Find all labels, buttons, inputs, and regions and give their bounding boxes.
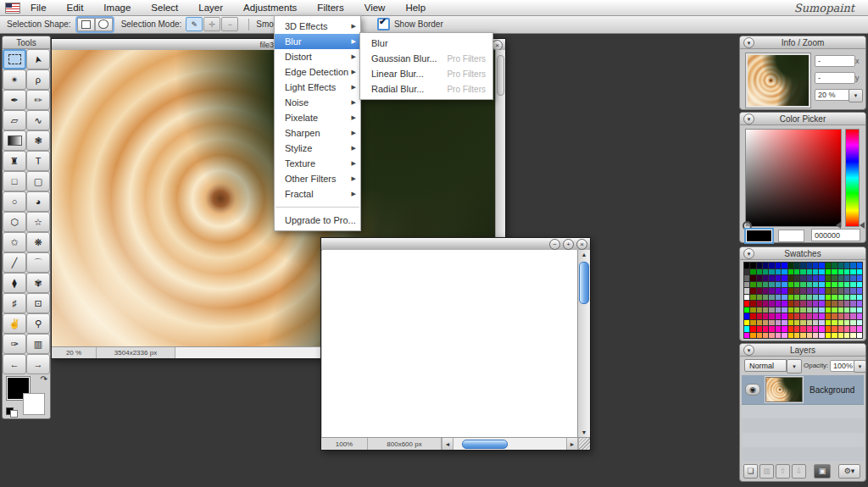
selection-mode-subtract-button[interactable]: − xyxy=(221,17,238,31)
swatch-8-2[interactable] xyxy=(757,313,762,319)
swatch-1-18[interactable] xyxy=(857,269,862,275)
menubar-item-filters[interactable]: Filters xyxy=(307,0,353,15)
selection-shape-rectangle-button[interactable] xyxy=(77,18,95,31)
swatch-3-17[interactable] xyxy=(850,282,855,288)
swatch-2-3[interactable] xyxy=(763,275,768,281)
swatch-2-6[interactable] xyxy=(782,275,787,281)
blur-submenu-item-linear-blur[interactable]: Linear Blur...Pro Filters xyxy=(360,66,492,81)
swatch-3-8[interactable] xyxy=(794,282,799,288)
swatch-1-3[interactable] xyxy=(763,269,768,275)
swatch-1-6[interactable] xyxy=(782,269,787,275)
background-color-swatch[interactable] xyxy=(778,230,804,242)
swatch-10-6[interactable] xyxy=(782,326,787,332)
pen-tool[interactable]: ✒ xyxy=(3,90,26,110)
swatch-3-13[interactable] xyxy=(826,282,831,288)
swatch-9-4[interactable] xyxy=(769,320,774,326)
swatch-2-14[interactable] xyxy=(832,275,837,281)
swatch-6-4[interactable] xyxy=(769,301,774,307)
smudge-finger-tool[interactable]: ✾ xyxy=(26,273,50,293)
swatch-7-1[interactable] xyxy=(750,307,755,313)
rectangular-marquee-tool[interactable] xyxy=(3,49,26,69)
ellipse-shape-tool[interactable]: ○ xyxy=(3,191,26,212)
swatch-10-7[interactable] xyxy=(788,326,793,332)
blur-submenu-item-radial-blur[interactable]: Radial Blur...Pro Filters xyxy=(360,81,492,97)
swatch-3-10[interactable] xyxy=(807,282,812,288)
swatch-0-10[interactable] xyxy=(807,263,812,268)
swatch-3-12[interactable] xyxy=(819,282,824,288)
swatch-9-10[interactable] xyxy=(807,320,812,326)
swatch-1-9[interactable] xyxy=(800,269,805,275)
swatch-4-3[interactable] xyxy=(763,288,768,294)
scroll-down-icon[interactable]: ▼ xyxy=(578,429,590,435)
lasso-tool[interactable]: ρ xyxy=(26,69,50,90)
swatch-10-18[interactable] xyxy=(857,326,862,332)
swatch-3-14[interactable] xyxy=(832,282,837,288)
swatch-1-16[interactable] xyxy=(844,269,849,275)
swatch-1-14[interactable] xyxy=(832,269,837,275)
menubar-item-image[interactable]: Image xyxy=(93,0,141,15)
menubar-item-layer[interactable]: Layer xyxy=(188,0,233,15)
swatch-1-0[interactable] xyxy=(744,269,749,275)
move-layer-down-button[interactable]: ⇩ xyxy=(792,464,806,479)
sv-slider-arrow-icon[interactable] xyxy=(836,222,841,229)
swatch-7-13[interactable] xyxy=(826,307,831,313)
swatch-0-14[interactable] xyxy=(832,263,837,268)
swatch-6-9[interactable] xyxy=(800,301,805,307)
swatch-8-8[interactable] xyxy=(794,313,799,319)
swatch-5-17[interactable] xyxy=(850,295,855,301)
swatch-10-12[interactable] xyxy=(819,326,824,332)
swatch-0-18[interactable] xyxy=(857,263,862,268)
doc2-vertical-scrollbar[interactable]: ▲ ▼ xyxy=(577,250,590,437)
swatch-9-18[interactable] xyxy=(857,320,862,326)
swatch-3-2[interactable] xyxy=(757,282,762,288)
swatch-3-0[interactable] xyxy=(744,282,749,288)
swatch-4-7[interactable] xyxy=(788,288,793,294)
swatch-1-13[interactable] xyxy=(826,269,831,275)
filters-menu-item-upgrade-to-pro[interactable]: Upgrade to Pro... xyxy=(275,213,360,228)
swatch-9-8[interactable] xyxy=(794,320,799,326)
scroll-right-icon[interactable]: ► xyxy=(566,438,578,450)
flower-shape-tool[interactable]: ❋ xyxy=(26,232,50,252)
hex-color-input[interactable] xyxy=(811,229,860,241)
pie-shape-tool[interactable]: ◕ xyxy=(26,191,50,212)
swatch-5-0[interactable] xyxy=(744,295,749,301)
swatch-10-10[interactable] xyxy=(807,326,812,332)
swatch-11-15[interactable] xyxy=(838,333,843,339)
filters-menu-item-blur[interactable]: Blur▶ xyxy=(275,34,360,49)
swatch-4-12[interactable] xyxy=(819,288,824,294)
swatch-0-9[interactable] xyxy=(800,263,805,268)
swatch-11-8[interactable] xyxy=(794,333,799,339)
swatch-8-10[interactable] xyxy=(807,313,812,319)
doc1-vscroll-thumb[interactable] xyxy=(497,55,504,96)
smudge-tool[interactable]: ∿ xyxy=(26,110,50,130)
collapse-arrow-icon[interactable]: ▼ xyxy=(743,345,754,356)
swatch-0-3[interactable] xyxy=(763,263,768,268)
filters-menu-item-light-effects[interactable]: Light Effects▶ xyxy=(275,80,360,95)
swatch-2-4[interactable] xyxy=(769,275,774,281)
hue-slider-arrow-icon[interactable] xyxy=(860,222,865,229)
swatch-0-13[interactable] xyxy=(826,263,831,268)
swatch-3-3[interactable] xyxy=(763,282,768,288)
menubar-item-file[interactable]: File xyxy=(20,0,57,15)
swatch-1-4[interactable] xyxy=(769,269,774,275)
layer-visibility-eye-icon[interactable]: ◉ xyxy=(745,384,760,396)
swatch-10-5[interactable] xyxy=(776,326,781,332)
swatch-7-4[interactable] xyxy=(769,307,774,313)
swatch-6-10[interactable] xyxy=(807,301,812,307)
star-shape-tool[interactable]: ☆ xyxy=(26,212,50,232)
swatch-5-13[interactable] xyxy=(826,295,831,301)
swatch-9-7[interactable] xyxy=(788,320,793,326)
tools-panel-header[interactable]: Tools xyxy=(3,36,50,49)
hand-tool[interactable]: ✌ xyxy=(3,313,26,334)
swatch-8-12[interactable] xyxy=(819,313,824,319)
swatch-11-16[interactable] xyxy=(844,333,849,339)
swatch-4-5[interactable] xyxy=(776,288,781,294)
swatch-7-5[interactable] xyxy=(776,307,781,313)
menubar-item-adjustments[interactable]: Adjustments xyxy=(233,0,307,15)
swatch-8-13[interactable] xyxy=(826,313,831,319)
swatch-8-11[interactable] xyxy=(813,313,818,319)
swatch-11-12[interactable] xyxy=(819,333,824,339)
text-tool[interactable]: T xyxy=(26,151,50,171)
selection-shape-ellipse-button[interactable] xyxy=(95,18,113,31)
swatch-7-14[interactable] xyxy=(832,307,837,313)
